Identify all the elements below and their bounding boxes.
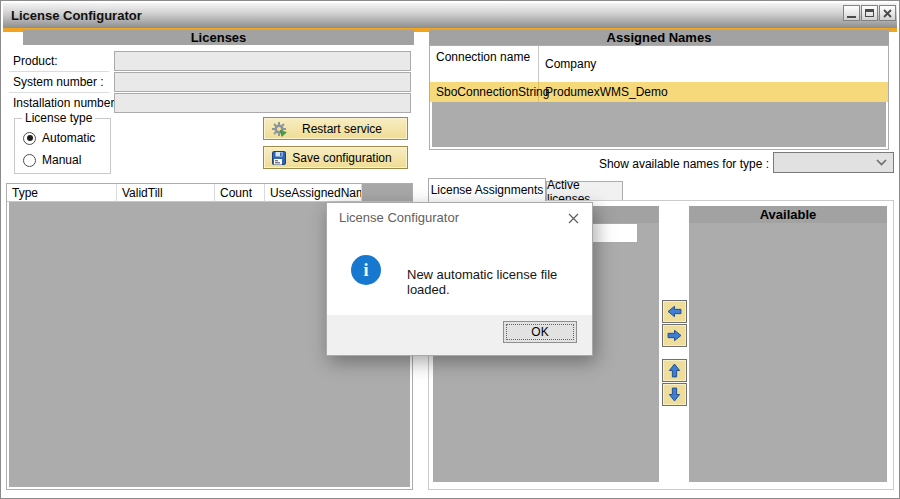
close-icon [883,9,892,18]
column-company[interactable]: Company [539,46,888,82]
connection-name-cell: SboConnectionString [430,82,539,102]
assigned-names-table: Connection name Company SboConnectionStr… [429,45,889,150]
product-input[interactable] [114,51,411,71]
dialog-title: License Configurator [339,210,459,225]
move-up-button[interactable] [662,359,687,382]
restart-service-button[interactable]: Restart service [263,117,408,140]
divider [9,92,109,93]
system-number-input[interactable] [114,72,411,92]
assigned-names-table-header: Connection name Company [430,46,888,82]
dialog-close-button[interactable] [562,209,584,227]
assigned-names-panel-header: Assigned Names [429,30,889,45]
licenses-panel-header: Licenses [23,30,414,45]
move-down-button[interactable] [662,383,687,406]
save-icon [271,150,287,166]
arrow-left-icon [667,305,682,318]
move-left-button[interactable] [662,300,687,323]
type-filter-dropdown[interactable] [773,152,894,173]
license-type-group: License type Automatic Manual [14,118,111,174]
move-right-button[interactable] [662,324,687,347]
column-connection-name[interactable]: Connection name [430,46,539,82]
maximize-icon [865,9,874,17]
app-window: License Configurator Licenses Product: S… [0,0,900,499]
close-button[interactable] [879,5,896,21]
minimize-icon [847,16,856,18]
available-list-body[interactable] [689,223,887,482]
column-type[interactable]: Type [7,184,117,202]
show-available-names-label: Show available names for type : [541,157,769,171]
maximize-button[interactable] [861,5,878,21]
divider [9,71,109,72]
radio-automatic-icon [23,132,36,145]
column-count[interactable]: Count [215,184,265,202]
radio-manual[interactable]: Manual [23,153,81,167]
assigned-names-list-body[interactable] [432,102,886,147]
installation-number-label: Installation number: [13,96,118,110]
available-subpanel-header: Available [689,206,887,223]
license-type-legend: License type [22,111,95,125]
message-dialog: License Configurator i New automatic lic… [326,202,593,356]
restart-service-label: Restart service [287,122,407,136]
title-bar[interactable]: License Configurator [3,3,897,28]
arrow-up-icon [668,363,681,378]
radio-automatic[interactable]: Automatic [23,131,95,145]
company-cell: ProdumexWMS_Demo [539,82,888,102]
assigned-name-row[interactable]: SboConnectionString ProdumexWMS_Demo [430,82,888,102]
arrow-right-icon [667,329,682,342]
arrow-down-icon [668,387,681,402]
tab-license-assignments[interactable]: License Assignments [428,178,546,201]
close-icon [568,213,579,224]
dialog-message: New automatic license file loaded. [407,267,592,297]
product-label: Product: [13,54,58,68]
info-icon: i [351,255,381,285]
radio-manual-icon [23,154,36,167]
minimize-button[interactable] [843,5,860,21]
tab-active-licenses[interactable]: Active licenses [546,181,623,201]
licenses-table-header: Type ValidTill Count UseAssignedName [7,184,412,202]
installation-number-input[interactable] [114,93,411,113]
save-configuration-button[interactable]: Save configuration [263,146,408,169]
gear-refresh-icon [271,121,287,137]
column-useassignedname[interactable]: UseAssignedName [265,184,362,202]
ok-button[interactable]: OK [503,321,577,343]
system-number-label: System number : [13,75,104,89]
chevron-down-icon [876,159,887,166]
save-configuration-label: Save configuration [287,151,407,165]
column-filler [362,184,412,202]
window-controls [843,5,896,21]
column-validtill[interactable]: ValidTill [117,184,215,202]
window-title: License Configurator [3,8,142,23]
